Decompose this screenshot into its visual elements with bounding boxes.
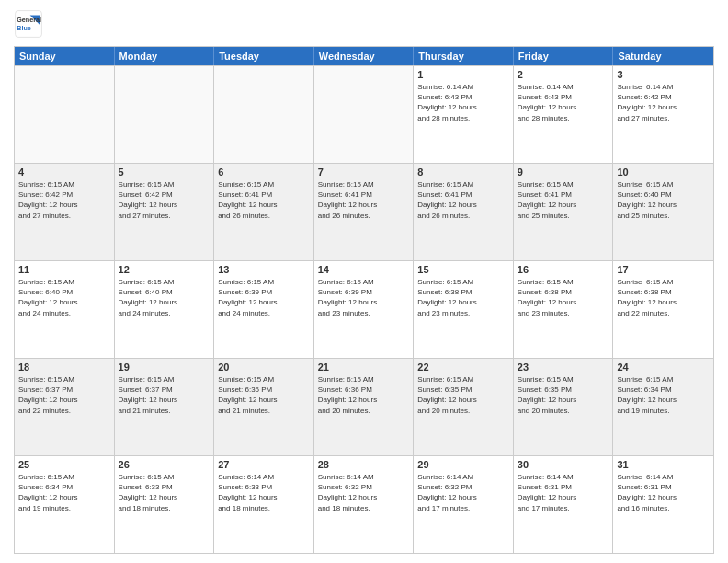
day-info: Sunrise: 6:14 AM Sunset: 6:31 PM Dayligh…	[518, 472, 609, 513]
calendar: SundayMondayTuesdayWednesdayThursdayFrid…	[14, 46, 714, 554]
day-cell-1: 1Sunrise: 6:14 AM Sunset: 6:43 PM Daylig…	[414, 66, 514, 163]
week-4: 18Sunrise: 6:15 AM Sunset: 6:37 PM Dayli…	[15, 358, 713, 455]
day-cell-24: 24Sunrise: 6:15 AM Sunset: 6:34 PM Dayli…	[613, 359, 713, 455]
day-number: 5	[119, 167, 210, 178]
day-number: 6	[218, 167, 310, 178]
day-number: 9	[518, 167, 609, 178]
day-number: 10	[617, 167, 710, 178]
day-info: Sunrise: 6:14 AM Sunset: 6:43 PM Dayligh…	[417, 82, 509, 123]
header-day-monday: Monday	[115, 47, 215, 65]
day-info: Sunrise: 6:14 AM Sunset: 6:42 PM Dayligh…	[617, 82, 710, 123]
day-cell-21: 21Sunrise: 6:15 AM Sunset: 6:36 PM Dayli…	[314, 359, 415, 455]
empty-cell	[214, 66, 314, 163]
day-number: 19	[119, 362, 210, 373]
day-info: Sunrise: 6:15 AM Sunset: 6:40 PM Dayligh…	[18, 277, 110, 318]
day-cell-30: 30Sunrise: 6:14 AM Sunset: 6:31 PM Dayli…	[514, 456, 614, 553]
header-day-sunday: Sunday	[15, 47, 115, 65]
logo: General Blue	[14, 9, 43, 39]
day-cell-27: 27Sunrise: 6:14 AM Sunset: 6:33 PM Dayli…	[214, 456, 314, 553]
day-info: Sunrise: 6:15 AM Sunset: 6:36 PM Dayligh…	[318, 374, 410, 416]
day-cell-19: 19Sunrise: 6:15 AM Sunset: 6:37 PM Dayli…	[115, 359, 215, 455]
day-cell-29: 29Sunrise: 6:14 AM Sunset: 6:32 PM Dayli…	[414, 456, 514, 553]
day-cell-15: 15Sunrise: 6:15 AM Sunset: 6:38 PM Dayli…	[414, 261, 514, 358]
day-info: Sunrise: 6:15 AM Sunset: 6:41 PM Dayligh…	[417, 179, 509, 221]
empty-cell	[15, 66, 115, 163]
week-1: 1Sunrise: 6:14 AM Sunset: 6:43 PM Daylig…	[15, 65, 713, 163]
day-info: Sunrise: 6:15 AM Sunset: 6:40 PM Dayligh…	[119, 277, 210, 318]
day-cell-12: 12Sunrise: 6:15 AM Sunset: 6:40 PM Dayli…	[115, 261, 215, 358]
day-info: Sunrise: 6:14 AM Sunset: 6:32 PM Dayligh…	[417, 472, 509, 513]
day-info: Sunrise: 6:15 AM Sunset: 6:38 PM Dayligh…	[518, 277, 609, 318]
empty-cell	[314, 66, 415, 163]
day-info: Sunrise: 6:15 AM Sunset: 6:37 PM Dayligh…	[119, 374, 210, 416]
header-day-thursday: Thursday	[414, 47, 514, 65]
day-number: 28	[318, 459, 410, 470]
day-cell-18: 18Sunrise: 6:15 AM Sunset: 6:37 PM Dayli…	[15, 359, 115, 455]
day-cell-4: 4Sunrise: 6:15 AM Sunset: 6:42 PM Daylig…	[15, 164, 115, 260]
header-day-wednesday: Wednesday	[314, 47, 415, 65]
day-cell-17: 17Sunrise: 6:15 AM Sunset: 6:38 PM Dayli…	[613, 261, 713, 358]
day-cell-10: 10Sunrise: 6:15 AM Sunset: 6:40 PM Dayli…	[613, 164, 713, 260]
day-info: Sunrise: 6:15 AM Sunset: 6:42 PM Dayligh…	[18, 179, 110, 221]
day-info: Sunrise: 6:15 AM Sunset: 6:37 PM Dayligh…	[18, 374, 110, 416]
day-info: Sunrise: 6:15 AM Sunset: 6:34 PM Dayligh…	[617, 374, 710, 416]
day-info: Sunrise: 6:15 AM Sunset: 6:35 PM Dayligh…	[417, 374, 509, 416]
day-number: 18	[18, 362, 110, 373]
page: General Blue SundayMondayTuesdayWednesda…	[0, 0, 728, 563]
header-day-saturday: Saturday	[613, 47, 713, 65]
day-info: Sunrise: 6:15 AM Sunset: 6:42 PM Dayligh…	[119, 179, 210, 221]
day-number: 3	[617, 69, 710, 80]
day-number: 13	[218, 264, 310, 275]
day-number: 14	[318, 264, 410, 275]
day-number: 2	[518, 69, 609, 80]
header-day-tuesday: Tuesday	[214, 47, 314, 65]
day-info: Sunrise: 6:14 AM Sunset: 6:33 PM Dayligh…	[218, 472, 310, 513]
day-cell-9: 9Sunrise: 6:15 AM Sunset: 6:41 PM Daylig…	[514, 164, 614, 260]
day-number: 15	[417, 264, 509, 275]
day-info: Sunrise: 6:15 AM Sunset: 6:33 PM Dayligh…	[119, 472, 210, 513]
day-info: Sunrise: 6:14 AM Sunset: 6:32 PM Dayligh…	[318, 472, 410, 513]
day-number: 23	[518, 362, 609, 373]
day-info: Sunrise: 6:15 AM Sunset: 6:41 PM Dayligh…	[218, 179, 310, 221]
day-cell-28: 28Sunrise: 6:14 AM Sunset: 6:32 PM Dayli…	[314, 456, 415, 553]
day-info: Sunrise: 6:15 AM Sunset: 6:39 PM Dayligh…	[318, 277, 410, 318]
day-number: 26	[119, 459, 210, 470]
day-number: 30	[518, 459, 609, 470]
day-cell-20: 20Sunrise: 6:15 AM Sunset: 6:36 PM Dayli…	[214, 359, 314, 455]
day-cell-31: 31Sunrise: 6:14 AM Sunset: 6:31 PM Dayli…	[613, 456, 713, 553]
calendar-header: SundayMondayTuesdayWednesdayThursdayFrid…	[15, 47, 713, 65]
day-info: Sunrise: 6:15 AM Sunset: 6:38 PM Dayligh…	[417, 277, 509, 318]
logo-icon: General Blue	[14, 9, 43, 39]
week-3: 11Sunrise: 6:15 AM Sunset: 6:40 PM Dayli…	[15, 260, 713, 358]
day-number: 20	[218, 362, 310, 373]
day-info: Sunrise: 6:15 AM Sunset: 6:40 PM Dayligh…	[617, 179, 710, 221]
day-number: 4	[18, 167, 110, 178]
day-cell-14: 14Sunrise: 6:15 AM Sunset: 6:39 PM Dayli…	[314, 261, 415, 358]
day-info: Sunrise: 6:15 AM Sunset: 6:39 PM Dayligh…	[218, 277, 310, 318]
day-info: Sunrise: 6:15 AM Sunset: 6:38 PM Dayligh…	[617, 277, 710, 318]
day-cell-25: 25Sunrise: 6:15 AM Sunset: 6:34 PM Dayli…	[15, 456, 115, 553]
day-cell-23: 23Sunrise: 6:15 AM Sunset: 6:35 PM Dayli…	[514, 359, 614, 455]
header: General Blue	[14, 9, 714, 39]
day-cell-6: 6Sunrise: 6:15 AM Sunset: 6:41 PM Daylig…	[214, 164, 314, 260]
empty-cell	[115, 66, 215, 163]
day-info: Sunrise: 6:15 AM Sunset: 6:41 PM Dayligh…	[518, 179, 609, 221]
day-info: Sunrise: 6:15 AM Sunset: 6:35 PM Dayligh…	[518, 374, 609, 416]
day-cell-11: 11Sunrise: 6:15 AM Sunset: 6:40 PM Dayli…	[15, 261, 115, 358]
day-number: 7	[318, 167, 410, 178]
day-cell-7: 7Sunrise: 6:15 AM Sunset: 6:41 PM Daylig…	[314, 164, 415, 260]
svg-text:General: General	[17, 16, 41, 24]
svg-text:Blue: Blue	[17, 24, 31, 32]
day-number: 24	[617, 362, 710, 373]
day-number: 11	[18, 264, 110, 275]
day-cell-8: 8Sunrise: 6:15 AM Sunset: 6:41 PM Daylig…	[414, 164, 514, 260]
week-5: 25Sunrise: 6:15 AM Sunset: 6:34 PM Dayli…	[15, 455, 713, 553]
day-number: 12	[119, 264, 210, 275]
day-cell-3: 3Sunrise: 6:14 AM Sunset: 6:42 PM Daylig…	[613, 66, 713, 163]
day-number: 17	[617, 264, 710, 275]
day-info: Sunrise: 6:15 AM Sunset: 6:36 PM Dayligh…	[218, 374, 310, 416]
header-day-friday: Friday	[514, 47, 614, 65]
day-info: Sunrise: 6:15 AM Sunset: 6:41 PM Dayligh…	[318, 179, 410, 221]
day-number: 8	[417, 167, 509, 178]
day-number: 1	[417, 69, 509, 80]
